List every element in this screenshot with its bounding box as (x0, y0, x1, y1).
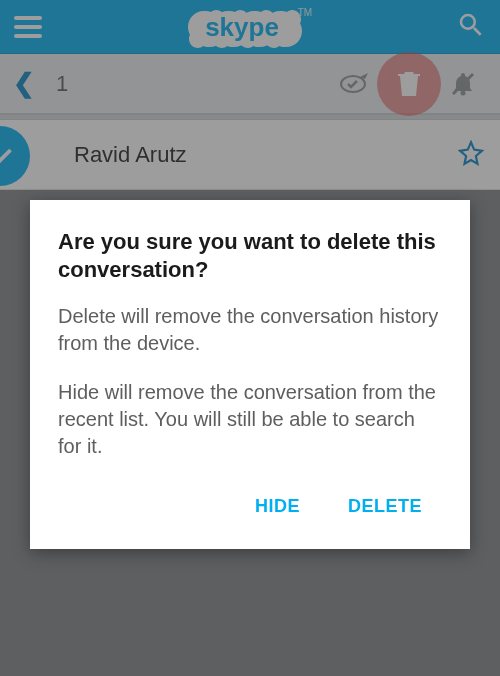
delete-button[interactable]: DELETE (328, 482, 442, 531)
delete-conversation-dialog: Are you sure you want to delete this con… (30, 200, 470, 549)
app-screen: skype TM ❮ 1 (0, 0, 500, 676)
dialog-body-delete: Delete will remove the conversation hist… (58, 303, 442, 357)
hide-button[interactable]: HIDE (235, 482, 320, 531)
dialog-actions: HIDE DELETE (58, 482, 442, 531)
dialog-title: Are you sure you want to delete this con… (58, 228, 442, 283)
dialog-body-hide: Hide will remove the conversation from t… (58, 379, 442, 460)
delete-button-label: DELETE (348, 496, 422, 516)
dialog-body: Delete will remove the conversation hist… (58, 303, 442, 460)
